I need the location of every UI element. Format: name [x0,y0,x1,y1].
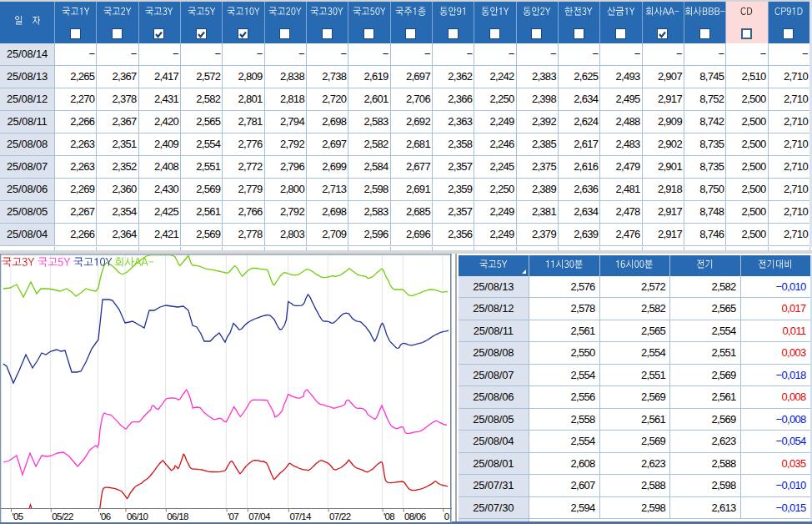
svg-text:'06: '06 [100,511,111,521]
svg-text:0: 0 [444,511,449,521]
svg-text:06/18: 06/18 [167,511,188,521]
svg-text:'08: '08 [383,511,394,521]
svg-text:05/22: 05/22 [52,511,73,521]
svg-text:08/06: 08/06 [404,511,426,521]
svg-text:07/04: 07/04 [248,511,271,521]
svg-text:06/10: 06/10 [127,511,148,521]
svg-text:'05: '05 [13,511,23,521]
svg-text:'07: '07 [228,511,238,521]
svg-text:07/14: 07/14 [289,511,312,521]
svg-text:07/22: 07/22 [329,511,351,521]
